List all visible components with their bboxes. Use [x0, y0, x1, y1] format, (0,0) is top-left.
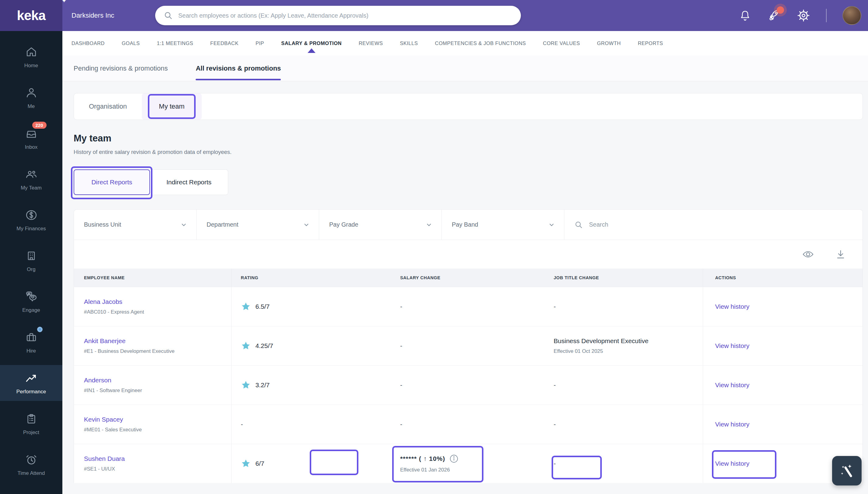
performance-trend-icon	[25, 372, 38, 384]
nav-core-values[interactable]: CORE VALUES	[543, 40, 580, 46]
subtab-row: Pending revisions & promotions All revis…	[62, 56, 868, 81]
sidebar-item-hire[interactable]: Hire	[0, 324, 62, 360]
nav-feedback[interactable]: FEEDBACK	[210, 40, 239, 46]
rating-value: 6.5/7	[256, 303, 270, 310]
company-name: Darksiders Inc	[72, 0, 114, 31]
salary-change-value: -	[400, 421, 402, 428]
employee-name-link[interactable]: Sushen Duara	[84, 455, 125, 462]
team-icon	[25, 168, 38, 181]
download-icon[interactable]	[835, 249, 846, 260]
info-icon[interactable]	[449, 454, 458, 463]
sidebar-item-inbox[interactable]: 220 Inbox	[0, 120, 62, 156]
pay-band-dropdown[interactable]: Pay Band	[442, 210, 564, 240]
sidebar-item-time-attend[interactable]: Time Attend	[0, 446, 62, 482]
logo-spark-icon: ✦	[61, 0, 67, 4]
employee-code: #ME01 - Sales Executive	[84, 427, 231, 433]
star-icon	[241, 341, 251, 351]
nav-skills[interactable]: SKILLS	[400, 40, 418, 46]
sidebar-item-org[interactable]: Org	[0, 243, 62, 279]
building-icon	[25, 250, 37, 262]
star-icon	[241, 302, 251, 311]
job-title-change-value: -	[554, 421, 556, 428]
col-salary-change: SALARY CHANGE	[391, 275, 545, 280]
col-job-title-change: JOB TITLE CHANGE	[545, 275, 703, 280]
indirect-reports-button[interactable]: Indirect Reports	[150, 169, 228, 195]
employee-name-link[interactable]: Alena Jacobs	[84, 298, 122, 305]
page-subtitle: History of entire salary revision & prom…	[74, 149, 863, 155]
keka-logo[interactable]: keka ✦	[0, 0, 62, 31]
rating-value: 3.2/7	[256, 381, 270, 389]
employee-name-link[interactable]: Kevin Spacey	[84, 416, 123, 423]
sidebar-item-me[interactable]: Me	[0, 80, 62, 116]
view-history-link[interactable]: View history	[715, 421, 749, 428]
rating-value: -	[241, 421, 243, 428]
toggle-my-team[interactable]: My team	[142, 93, 202, 119]
rating-value: 6/7	[256, 460, 264, 467]
sidebar-item-my-team[interactable]: My Team	[0, 161, 62, 197]
nav-pip[interactable]: PIP	[256, 40, 264, 46]
view-history-link[interactable]: View history	[715, 303, 749, 310]
hire-status-dot	[37, 327, 43, 332]
view-history-link[interactable]: View history	[715, 381, 749, 389]
star-icon	[241, 380, 251, 390]
nav-1-1-meetings[interactable]: 1:1 MEETINGS	[157, 40, 193, 46]
job-title-change-value: -	[554, 460, 556, 467]
whats-new-rocket-icon[interactable]	[768, 9, 781, 22]
job-title-change-value: -	[554, 381, 556, 388]
tab-pending-revisions[interactable]: Pending revisions & promotions	[74, 64, 168, 72]
chevron-down-icon	[548, 222, 555, 228]
sidebar-item-engage[interactable]: Engage	[0, 284, 62, 319]
business-unit-dropdown[interactable]: Business Unit	[74, 210, 196, 240]
chevron-down-icon	[181, 222, 187, 228]
table-search-input[interactable]	[589, 221, 853, 228]
chevron-down-icon	[426, 222, 432, 228]
person-icon	[25, 87, 37, 99]
salary-change-value: -	[400, 303, 402, 310]
report-type-buttons: Direct Reports Indirect Reports	[74, 169, 863, 195]
chevron-down-icon	[303, 222, 310, 228]
filter-row: Business Unit Department Pay Grade Pay B…	[74, 210, 863, 240]
table-row: Alena Jacobs #ABC010 - Express Agent 6.5…	[74, 287, 863, 326]
employee-name-link[interactable]: Ankit Banerjee	[84, 337, 126, 345]
global-search-input[interactable]	[178, 12, 512, 19]
magic-wand-icon	[838, 462, 856, 480]
search-icon	[164, 11, 173, 20]
sidebar-item-home[interactable]: Home	[0, 39, 62, 75]
sidebar-item-performance[interactable]: Performance	[0, 365, 62, 401]
settings-gear-icon[interactable]	[797, 9, 810, 22]
view-history-link[interactable]: View history	[715, 342, 749, 349]
active-tab-triangle	[307, 49, 316, 53]
employee-code: #IN1 - Software Engineer	[84, 387, 231, 394]
sidebar-item-my-finances[interactable]: My Finances	[0, 202, 62, 238]
tab-all-revisions[interactable]: All revisions & promotions	[196, 64, 281, 72]
sidebar-item-project[interactable]: Project	[0, 406, 62, 442]
module-nav: DASHBOARD GOALS 1:1 MEETINGS FEEDBACK PI…	[62, 31, 868, 56]
user-avatar[interactable]	[843, 6, 861, 25]
employee-name-link[interactable]: Anderson	[84, 377, 111, 384]
employee-code: #ABC010 - Express Agent	[84, 309, 231, 315]
nav-growth[interactable]: GROWTH	[597, 40, 621, 46]
nav-dashboard[interactable]: DASHBOARD	[72, 40, 105, 46]
nav-goals[interactable]: GOALS	[122, 40, 140, 46]
table-search[interactable]	[564, 210, 863, 240]
nav-reports[interactable]: REPORTS	[638, 40, 663, 46]
rocket-notification-dot	[777, 6, 784, 14]
notifications-bell-icon[interactable]	[738, 9, 752, 22]
scope-toggle-card: Organisation My team	[74, 93, 863, 120]
global-search[interactable]	[155, 6, 521, 25]
alarm-clock-icon	[25, 453, 38, 466]
nav-reviews[interactable]: REVIEWS	[359, 40, 383, 46]
view-history-link[interactable]: View history	[715, 460, 749, 467]
department-dropdown[interactable]: Department	[196, 210, 319, 240]
magic-wand-button[interactable]	[832, 456, 862, 486]
toggle-organisation[interactable]: Organisation	[74, 93, 142, 119]
column-visibility-eye-icon[interactable]	[802, 248, 814, 260]
direct-reports-button[interactable]: Direct Reports	[74, 169, 150, 195]
inbox-tray-icon	[25, 128, 37, 140]
nav-salary-promotion[interactable]: SALARY & PROMOTION	[281, 40, 342, 46]
table-row: Sushen Duara #SE1 - UI/UX 6/7 ****** ( ↑…	[74, 444, 863, 483]
table-header: EMPLOYEE NAME RATING SALARY CHANGE JOB T…	[74, 269, 863, 287]
pay-grade-dropdown[interactable]: Pay Grade	[319, 210, 442, 240]
table-row: Kevin Spacey #ME01 - Sales Executive - -…	[74, 404, 863, 444]
nav-competencies[interactable]: COMPETENCIES & JOB FUNCTIONS	[435, 40, 526, 46]
